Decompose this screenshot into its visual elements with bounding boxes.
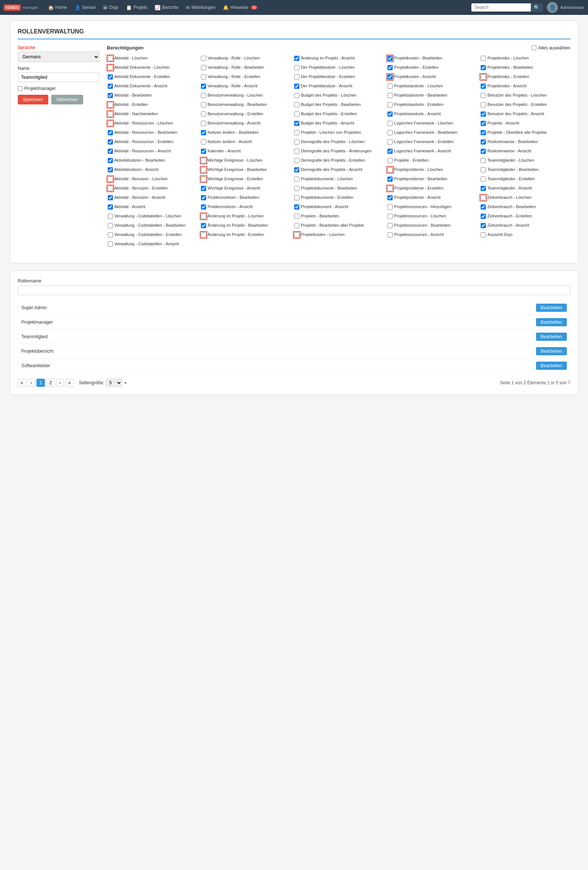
nav-berichte[interactable]: 📈 Berichte [151, 0, 182, 15]
perm-checkbox[interactable] [294, 214, 299, 219]
perm-checkbox[interactable] [388, 186, 393, 191]
pagination-first[interactable]: « [18, 379, 27, 387]
nav-sensei[interactable]: 👤 Sensei [71, 0, 99, 15]
perm-checkbox[interactable] [201, 112, 206, 117]
perm-checkbox[interactable] [481, 214, 486, 219]
perm-checkbox[interactable] [388, 139, 393, 145]
perm-checkbox[interactable] [294, 204, 299, 210]
perm-checkbox[interactable] [481, 186, 486, 191]
perm-checkbox[interactable] [388, 102, 393, 107]
perm-checkbox[interactable] [201, 167, 206, 173]
pagination-page1[interactable]: 1 [36, 379, 45, 387]
perm-checkbox[interactable] [108, 158, 113, 163]
perm-checkbox[interactable] [108, 186, 113, 191]
perm-checkbox[interactable] [388, 195, 393, 200]
nav-mitteilungen[interactable]: ✉ Mitteilungen [182, 0, 219, 15]
perm-checkbox[interactable] [481, 65, 486, 70]
perm-checkbox[interactable] [388, 93, 393, 98]
name-input[interactable] [18, 73, 99, 82]
perm-checkbox[interactable] [108, 130, 113, 135]
perm-checkbox[interactable] [294, 56, 299, 61]
perm-checkbox[interactable] [481, 195, 486, 200]
perm-checkbox[interactable] [294, 74, 299, 79]
perm-checkbox[interactable] [201, 56, 206, 61]
perm-checkbox[interactable] [201, 83, 206, 89]
edit-role-button[interactable]: Bearbeiten [536, 347, 566, 355]
perm-checkbox[interactable] [294, 112, 299, 117]
perm-checkbox[interactable] [294, 158, 299, 163]
perm-checkbox[interactable] [294, 223, 299, 228]
perm-checkbox[interactable] [201, 204, 206, 210]
nav-hinweise[interactable]: 🔔 Hinweise10 [219, 0, 261, 15]
perm-checkbox[interactable] [108, 195, 113, 200]
perm-checkbox[interactable] [294, 139, 299, 145]
search-input[interactable] [471, 3, 531, 12]
perm-checkbox[interactable] [388, 232, 393, 237]
edit-role-button[interactable]: Bearbeiten [536, 304, 566, 312]
page-size-select[interactable]: 5 10 25 [106, 379, 122, 387]
perm-checkbox[interactable] [294, 186, 299, 191]
perm-checkbox[interactable] [108, 223, 113, 228]
perm-checkbox[interactable] [294, 195, 299, 200]
perm-checkbox[interactable] [201, 139, 206, 145]
perm-checkbox[interactable] [108, 149, 113, 154]
perm-checkbox[interactable] [201, 186, 206, 191]
perm-checkbox[interactable] [388, 74, 393, 79]
perm-checkbox[interactable] [294, 232, 299, 237]
perm-checkbox[interactable] [201, 102, 206, 107]
perm-checkbox[interactable] [481, 112, 486, 117]
perm-checkbox[interactable] [294, 93, 299, 98]
perm-checkbox[interactable] [388, 112, 393, 117]
perm-checkbox[interactable] [108, 93, 113, 98]
perm-checkbox[interactable] [108, 65, 113, 70]
perm-checkbox[interactable] [108, 232, 113, 237]
perm-checkbox[interactable] [108, 167, 113, 173]
perm-checkbox[interactable] [481, 139, 486, 145]
perm-checkbox[interactable] [294, 177, 299, 182]
pagination-prev[interactable]: ‹ [27, 379, 35, 387]
perm-checkbox[interactable] [388, 223, 393, 228]
perm-checkbox[interactable] [294, 65, 299, 70]
save-button[interactable]: Speichern [18, 95, 48, 104]
perm-checkbox[interactable] [481, 204, 486, 210]
perm-checkbox[interactable] [108, 177, 113, 182]
select-all-checkbox[interactable] [532, 45, 536, 50]
pagination-page2[interactable]: 2 [46, 379, 55, 387]
nav-projekt[interactable]: 📋 Projekt [122, 0, 151, 15]
perm-checkbox[interactable] [108, 112, 113, 117]
perm-checkbox[interactable] [201, 149, 206, 154]
perm-checkbox[interactable] [201, 223, 206, 228]
perm-checkbox[interactable] [108, 241, 113, 247]
perm-checkbox[interactable] [388, 158, 393, 163]
perm-checkbox[interactable] [388, 83, 393, 89]
perm-checkbox[interactable] [481, 232, 486, 237]
perm-checkbox[interactable] [388, 121, 393, 126]
perm-checkbox[interactable] [388, 130, 393, 135]
perm-checkbox[interactable] [201, 65, 206, 70]
perm-checkbox[interactable] [481, 130, 486, 135]
perm-checkbox[interactable] [481, 83, 486, 89]
perm-checkbox[interactable] [201, 177, 206, 182]
perm-checkbox[interactable] [481, 74, 486, 79]
nav-dojo[interactable]: 🏛 Dojo [99, 0, 122, 15]
sprache-select[interactable]: Germans [18, 52, 99, 62]
perm-checkbox[interactable] [108, 74, 113, 79]
perm-checkbox[interactable] [388, 65, 393, 70]
perm-checkbox[interactable] [481, 158, 486, 163]
perm-checkbox[interactable] [388, 177, 393, 182]
perm-checkbox[interactable] [481, 167, 486, 173]
search-button[interactable]: 🔍 [531, 3, 543, 12]
edit-role-button[interactable]: Bearbeiten [536, 333, 566, 341]
perm-checkbox[interactable] [294, 167, 299, 173]
edit-role-button[interactable]: Bearbeiten [536, 362, 566, 370]
pagination-last[interactable]: » [65, 379, 74, 387]
perm-checkbox[interactable] [108, 139, 113, 145]
perm-checkbox[interactable] [481, 93, 486, 98]
perm-checkbox[interactable] [388, 149, 393, 154]
perm-checkbox[interactable] [108, 56, 113, 61]
perm-checkbox[interactable] [108, 214, 113, 219]
perm-checkbox[interactable] [201, 130, 206, 135]
perm-checkbox[interactable] [481, 177, 486, 182]
perm-checkbox[interactable] [108, 121, 113, 126]
cancel-button[interactable]: Abbrechen [51, 95, 83, 104]
